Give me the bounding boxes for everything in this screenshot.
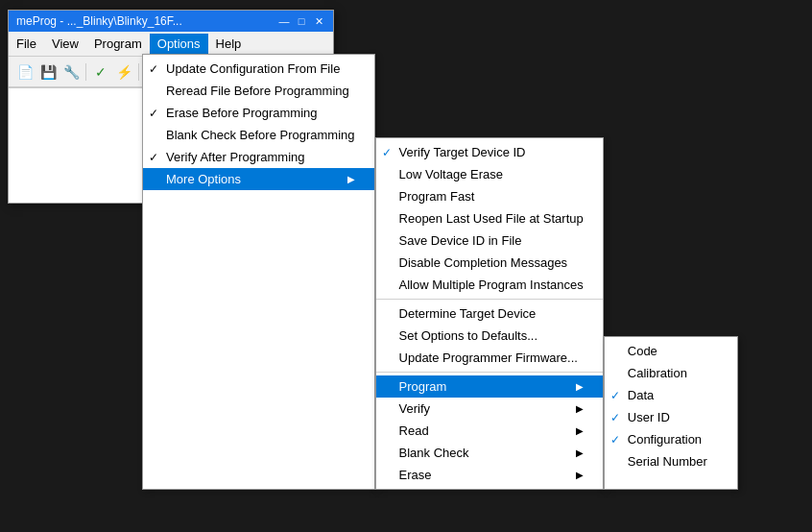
menu-item-disable-completion-label: Disable Completion Messages [399,255,568,270]
check-user-id: ✓ [610,411,620,424]
check-data: ✓ [610,389,620,402]
menu-item-erase-sub[interactable]: Erase ▶ [376,464,603,486]
menu-item-reread-file-label: Reread File Before Programming [166,84,349,98]
menu-item-data-label: Data [628,388,654,402]
close-button[interactable]: ✕ [312,14,325,28]
menu-file[interactable]: File [9,34,44,54]
menu-item-disable-completion[interactable]: Disable Completion Messages [376,252,603,274]
menu-item-erase-sub-label: Erase [399,468,432,482]
menu-item-more-options-label: More Options [166,172,241,186]
menu-item-verify-after[interactable]: ✓ Verify After Programming [143,146,374,168]
window-title: meProg - ..._Blinky\Blinky_16F... [16,14,182,28]
menu-item-update-config-label: Update Configuration From File [166,61,340,76]
menu-item-erase-before[interactable]: ✓ Erase Before Programming [143,102,374,124]
menu-item-save-device-id-label: Save Device ID in File [399,233,522,248]
menu-item-program-sub[interactable]: Program ▶ [376,375,603,398]
menu-item-user-id-label: User ID [628,410,670,424]
erase-sub-arrow-icon: ▶ [561,470,584,480]
window-controls: — □ ✕ [277,14,325,28]
toolbar-separator-2 [138,63,139,81]
menu-item-allow-multiple-label: Allow Multiple Program Instances [399,278,584,292]
program-sub-arrow-icon: ▶ [561,381,584,392]
menu-item-low-voltage[interactable]: Low Voltage Erase [376,163,603,185]
menu-item-read-sub[interactable]: Read ▶ [376,420,603,442]
menu-item-program-fast[interactable]: Program Fast [376,185,603,207]
menu-item-update-config[interactable]: ✓ Update Configuration From File [143,58,374,80]
menu-item-save-device-id[interactable]: Save Device ID in File [376,230,603,252]
menu-item-code-label: Code [628,344,657,358]
blank-check-sub-arrow-icon: ▶ [561,447,584,458]
new-button[interactable]: 📄 [14,61,36,83]
menu-item-serial-number-label: Serial Number [628,454,707,469]
menu-item-program-sub-label: Program [399,379,447,394]
menu-item-verify-sub[interactable]: Verify ▶ [376,398,603,420]
menu-item-update-firmware[interactable]: Update Programmer Firmware... [376,347,603,369]
verify-sub-arrow-icon: ▶ [561,403,584,414]
menu-item-code[interactable]: Code [605,340,737,362]
menu-view[interactable]: View [44,34,86,54]
check-verify-after: ✓ [149,151,158,164]
settings-button[interactable]: 🔧 [60,61,82,83]
menu-item-set-options-label: Set Options to Defaults... [399,328,538,343]
separator-2 [376,372,603,373]
menu-item-verify-target[interactable]: ✓ Verify Target Device ID [376,141,603,163]
menu-item-more-options[interactable]: More Options ▶ [143,168,374,190]
menu-item-calibration-label: Calibration [628,366,687,380]
minimize-button[interactable]: — [277,14,291,28]
options-menu-popup: ✓ Update Configuration From File Reread … [142,54,375,490]
menu-item-reopen-last-label: Reopen Last Used File at Startup [399,211,584,226]
menu-item-program-fast-label: Program Fast [399,189,475,204]
menu-program[interactable]: Program [86,34,150,54]
read-sub-arrow-icon: ▶ [561,425,584,436]
menu-item-verify-sub-label: Verify [399,401,431,416]
more-options-popup: ✓ Verify Target Device ID Low Voltage Er… [375,137,604,490]
check-update-config: ✓ [149,62,158,76]
menu-item-blank-check-sub-label: Blank Check [399,446,469,460]
title-bar: meProg - ..._Blinky\Blinky_16F... — □ ✕ [9,11,333,32]
toolbar-separator-1 [85,63,86,81]
menu-item-allow-multiple[interactable]: Allow Multiple Program Instances [376,274,603,296]
menu-options[interactable]: Options [150,34,208,54]
menu-item-verify-target-label: Verify Target Device ID [399,145,526,159]
menu-item-determine-target-label: Determine Target Device [399,306,537,321]
menu-item-update-firmware-label: Update Programmer Firmware... [399,351,578,365]
menu-item-low-voltage-label: Low Voltage Erase [399,167,503,181]
verify-button[interactable]: ✓ [90,61,111,83]
menu-item-calibration[interactable]: Calibration [605,362,737,384]
check-erase-before: ✓ [149,107,158,120]
menu-item-user-id[interactable]: ✓ User ID [605,406,737,428]
menu-item-verify-after-label: Verify After Programming [166,150,305,164]
menu-item-blank-check[interactable]: Blank Check Before Programming [143,124,374,146]
dropdown-container: ✓ Update Configuration From File Reread … [142,54,738,490]
menu-item-blank-check-label: Blank Check Before Programming [166,128,355,142]
menu-item-read-sub-label: Read [399,423,429,438]
menu-item-reopen-last[interactable]: Reopen Last Used File at Startup [376,207,603,230]
check-verify-target: ✓ [382,146,392,159]
more-options-arrow-icon: ▶ [332,174,355,184]
menu-item-configuration[interactable]: ✓ Configuration [605,428,737,450]
menu-item-configuration-label: Configuration [628,432,702,447]
separator-1 [376,299,603,300]
menu-item-erase-before-label: Erase Before Programming [166,106,318,120]
menu-item-serial-number[interactable]: Serial Number [605,450,737,472]
program-submenu-popup: Code Calibration ✓ Data ✓ User ID ✓ Conf… [604,336,738,490]
check-configuration: ✓ [610,433,620,447]
menu-item-blank-check-sub[interactable]: Blank Check ▶ [376,442,603,464]
maximize-button[interactable]: □ [295,14,308,28]
save-button[interactable]: 💾 [37,61,59,83]
program-button[interactable]: ⚡ [113,61,134,83]
menu-item-reread-file[interactable]: Reread File Before Programming [143,80,374,102]
menu-item-set-options[interactable]: Set Options to Defaults... [376,325,603,347]
menu-item-determine-target[interactable]: Determine Target Device [376,302,603,325]
menu-item-data[interactable]: ✓ Data [605,384,737,406]
menu-help[interactable]: Help [208,34,250,54]
